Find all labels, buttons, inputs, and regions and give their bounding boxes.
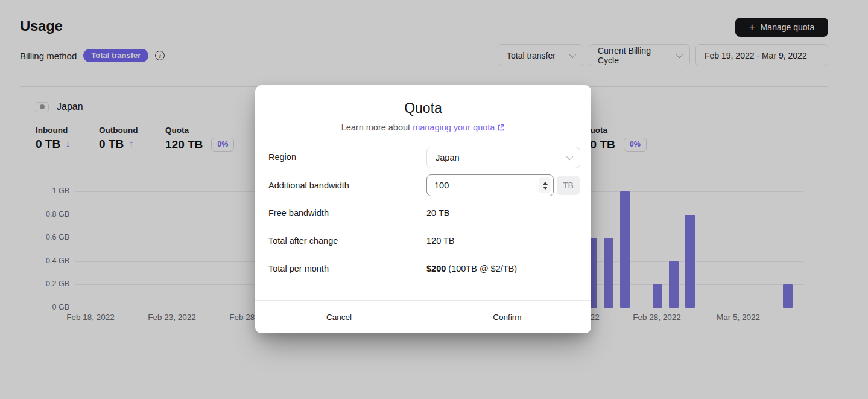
modal-subtitle: Learn more about managing your quota <box>255 123 591 132</box>
number-stepper[interactable] <box>539 177 551 193</box>
additional-bandwidth-label: Additional bandwidth <box>268 180 349 190</box>
total-per-month-note: (100TB @ $2/TB) <box>448 264 517 273</box>
manage-quota-docs-link[interactable]: managing your quota <box>413 123 495 132</box>
additional-bandwidth-input[interactable] <box>426 174 554 196</box>
modal-footer: Cancel Confirm <box>255 300 591 333</box>
total-per-month-value: $200 (100TB @ $2/TB) <box>426 264 517 273</box>
additional-bandwidth-field <box>426 174 554 196</box>
quota-modal: Quota Learn more about managing your quo… <box>255 85 591 333</box>
free-bandwidth-value: 20 TB <box>426 208 449 218</box>
cancel-button[interactable]: Cancel <box>255 301 423 333</box>
region-select[interactable]: Japan <box>426 147 580 168</box>
stepper-down-icon[interactable] <box>543 187 548 190</box>
free-bandwidth-label: Free bandwidth <box>268 208 329 218</box>
total-per-month-label: Total per month <box>268 264 329 273</box>
confirm-button[interactable]: Confirm <box>423 301 591 333</box>
chevron-down-icon <box>566 153 573 160</box>
external-link-icon <box>497 124 505 132</box>
total-after-change-label: Total after change <box>268 236 338 246</box>
total-after-change-value: 120 TB <box>426 236 455 246</box>
modal-title: Quota <box>255 100 591 117</box>
stepper-up-icon[interactable] <box>543 182 548 185</box>
region-field-label: Region <box>268 152 296 162</box>
usage-page: Usage Billing method Total transfer i + … <box>0 0 868 399</box>
unit-suffix: TB <box>557 176 580 195</box>
region-select-value: Japan <box>436 153 566 162</box>
